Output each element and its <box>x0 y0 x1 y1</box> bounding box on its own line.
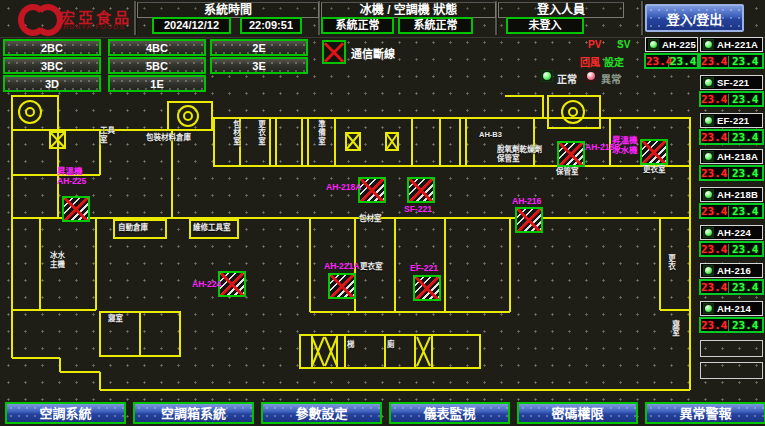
login-user-label: 登入人員 <box>498 2 624 18</box>
floor-button-1e[interactable]: 1E <box>108 75 206 92</box>
system-clock-value: 22:09:51 <box>240 17 302 34</box>
unit-status-led <box>703 39 714 50</box>
bottom-nav-6[interactable]: 異常警報 <box>645 402 765 424</box>
unit-name-label: SF-221 <box>717 77 749 88</box>
ahu-marker-label: 昇溫機 冰水機 <box>612 136 638 155</box>
comm-fail-label: 通信斷線 <box>351 45 395 61</box>
unit-name-label: AH-224 <box>717 227 751 238</box>
unit-status-led <box>648 39 659 50</box>
unit-sv-value: 23.4 <box>669 56 697 67</box>
floor-button-2bc[interactable]: 2BC <box>3 39 101 56</box>
unit-pv-value: 23.4 <box>701 168 729 179</box>
floor-button-3e[interactable]: 3E <box>210 57 308 74</box>
unit-ah-225[interactable]: AH-225 <box>645 37 698 52</box>
unit-ah-218b[interactable]: AH-218B <box>700 187 763 202</box>
sv-label: SV <box>617 39 630 50</box>
unit-sv-value: 23.4 <box>729 132 763 143</box>
room-label: AH-B3 <box>479 131 509 140</box>
unit-ah-214-values: 23.423.4 <box>699 317 764 333</box>
unit-pv-value: 23.4 <box>701 206 729 217</box>
unit-ah-224[interactable]: AH-224 <box>700 225 763 240</box>
ahu-comm-fail-marker[interactable] <box>218 271 246 297</box>
brand-subname: HUNYA FOODS <box>63 23 125 30</box>
empty-unit-slot <box>700 340 763 357</box>
room-label: 更衣 <box>666 254 675 271</box>
brand-logo-icon2 <box>33 4 63 36</box>
bottom-nav-4[interactable]: 儀表監視 <box>389 402 510 424</box>
unit-name-label: AH-221A <box>717 39 758 50</box>
room-label: 廁 <box>387 341 399 350</box>
ahu-comm-fail-marker[interactable] <box>640 139 668 165</box>
floor-button-3bc[interactable]: 3BC <box>3 57 101 74</box>
bottom-nav-1[interactable]: 空調系統 <box>5 402 126 424</box>
ahu-comm-fail-marker[interactable] <box>407 177 435 203</box>
pv-label: PV <box>588 39 601 50</box>
unit-status-led <box>703 151 714 162</box>
room-label: 寢室 <box>670 320 679 337</box>
unit-name-label: AH-225 <box>662 39 696 50</box>
ahu-marker-label: 昇溫機 AH-225 <box>57 167 86 186</box>
abnormal-status-led <box>585 70 597 82</box>
unit-sv-value: 23.4 <box>729 244 763 255</box>
normal-status-label: 正常 <box>557 71 577 86</box>
floor-button-4bc[interactable]: 4BC <box>108 39 206 56</box>
unit-ah-214[interactable]: AH-214 <box>700 301 763 316</box>
unit-ah-218a[interactable]: AH-218A <box>700 149 763 164</box>
ahu-marker-label: AH-216 <box>512 197 541 207</box>
unit-sf-221-values: 23.423.4 <box>699 91 764 107</box>
bottom-nav-3[interactable]: 參數設定 <box>261 402 382 424</box>
room-label: 更衣室 <box>643 166 671 175</box>
unit-ah-218b-values: 23.423.4 <box>699 203 764 219</box>
ac-status-value: 系統正常 <box>398 17 473 34</box>
system-time-label: 系統時間 <box>137 2 319 18</box>
unit-sv-value: 23.4 <box>729 320 763 331</box>
empty-unit-slot <box>700 362 763 379</box>
unit-status-led <box>703 265 714 276</box>
room-label: 冰水 主機 <box>50 252 70 269</box>
unit-name-label: AH-216 <box>717 265 751 276</box>
floor-button-3d[interactable]: 3D <box>3 75 101 92</box>
room-label: 更衣室 <box>360 263 388 272</box>
login-logout-button[interactable]: 登入/登出 <box>645 4 744 32</box>
room-label: 包材室 <box>359 215 387 224</box>
ahu-comm-fail-marker[interactable] <box>358 177 386 203</box>
unit-ah-218a-values: 23.423.4 <box>699 165 764 181</box>
ahu-comm-fail-marker[interactable] <box>328 273 356 299</box>
room-label: 寢室 <box>108 315 128 324</box>
unit-name-label: AH-218B <box>717 189 758 200</box>
floor-button-5bc[interactable]: 5BC <box>108 57 206 74</box>
unit-pv-value: 23.4 <box>701 282 729 293</box>
unit-ah-225-values: 23.423.4 <box>644 53 699 69</box>
unit-status-led <box>703 115 714 126</box>
unit-ef-221[interactable]: EF-221 <box>700 113 763 128</box>
unit-ah-216[interactable]: AH-216 <box>700 263 763 278</box>
ahu-comm-fail-marker[interactable] <box>557 141 585 167</box>
unit-ef-221-values: 23.423.4 <box>699 129 764 145</box>
normal-status-led <box>541 70 553 82</box>
login-status-value: 未登入 <box>506 17 584 34</box>
header-bar: 宏亞食品 HUNYA FOODS 系統時間 2024/12/12 22:09:5… <box>0 0 765 38</box>
unit-sf-221[interactable]: SF-221 <box>700 75 763 90</box>
bottom-nav-5[interactable]: 密碼權限 <box>517 402 638 424</box>
floor-button-2e[interactable]: 2E <box>210 39 308 56</box>
ahu-marker-label: AH-221A <box>324 262 359 272</box>
unit-ah-221a-values: 23.423.4 <box>699 53 764 69</box>
bottom-nav-2[interactable]: 空調箱系統 <box>133 402 254 424</box>
ahu-comm-fail-marker[interactable] <box>62 196 90 222</box>
pv-desc-label: 回風 <box>580 54 600 69</box>
unit-status-led <box>703 77 714 88</box>
unit-pv-value: 23.4 <box>646 56 669 67</box>
unit-sv-value: 23.4 <box>729 282 763 293</box>
unit-pv-value: 23.4 <box>701 56 729 67</box>
unit-name-label: AH-218A <box>717 151 758 162</box>
unit-status-led <box>703 303 714 314</box>
unit-ah-221a[interactable]: AH-221A <box>700 37 763 52</box>
unit-pv-value: 23.4 <box>701 94 729 105</box>
sv-desc-label: 設定 <box>604 54 624 69</box>
unit-sv-value: 23.4 <box>729 206 763 217</box>
machine-status-label: 冰機 / 空調機 狀態 <box>321 2 496 18</box>
ahu-marker-label: AH-218A <box>326 183 361 193</box>
ahu-comm-fail-marker[interactable] <box>515 207 543 233</box>
room-label: 保管室 <box>556 168 586 177</box>
ahu-comm-fail-marker[interactable] <box>413 275 441 301</box>
